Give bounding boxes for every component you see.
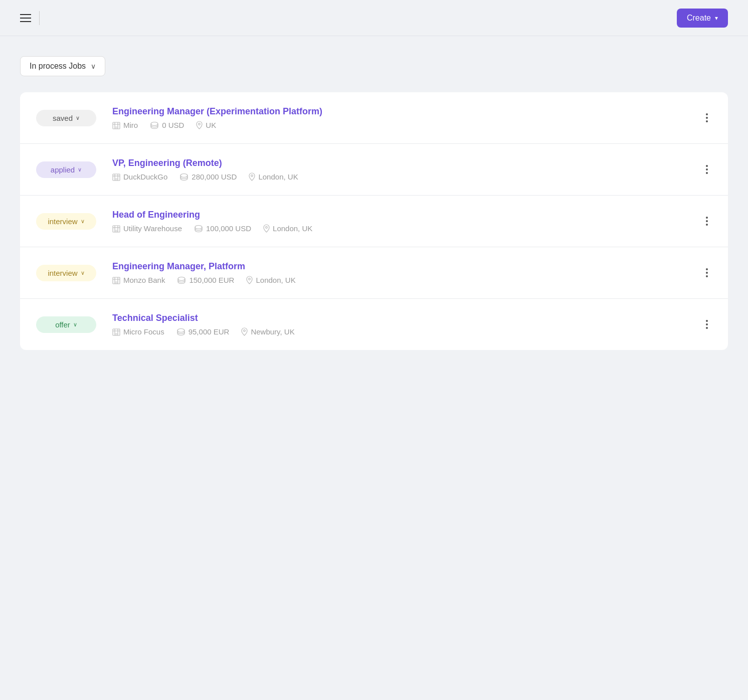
- filter-label: In process Jobs: [30, 62, 86, 71]
- salary-icon: [176, 328, 185, 336]
- filter-dropdown[interactable]: In process Jobs ∨: [20, 56, 105, 76]
- job-meta: Miro 0 USD UK: [112, 121, 702, 129]
- salary-icon: [179, 173, 189, 181]
- job-info: Engineering Manager (Experimentation Pla…: [112, 106, 702, 129]
- more-options-button[interactable]: [702, 161, 712, 178]
- svg-point-19: [195, 225, 202, 229]
- filter-chevron-icon: ∨: [91, 62, 96, 70]
- svg-rect-18: [115, 230, 117, 232]
- svg-point-12: [180, 173, 188, 177]
- header-divider: [39, 11, 40, 25]
- status-chevron-icon: ∨: [78, 166, 82, 173]
- dot-icon: [706, 117, 708, 119]
- location-value: London, UK: [256, 276, 295, 284]
- job-company: DuckDuckGo: [112, 172, 167, 181]
- job-meta: Utility Warehouse 100,000 USD London, UK: [112, 224, 702, 233]
- create-button[interactable]: Create ▾: [677, 9, 728, 28]
- job-location: UK: [196, 121, 216, 129]
- job-info: Head of Engineering Utility Warehouse 10…: [112, 210, 702, 233]
- more-options-button[interactable]: [702, 316, 712, 333]
- main-content: In process Jobs ∨ saved ∨ Engineering Ma…: [0, 36, 748, 370]
- dot-icon: [706, 275, 708, 277]
- status-badge-interview[interactable]: interview ∨: [36, 265, 96, 281]
- location-value: UK: [206, 121, 216, 129]
- svg-rect-32: [115, 333, 117, 335]
- svg-point-27: [249, 278, 251, 280]
- svg-rect-11: [115, 178, 117, 181]
- location-value: London, UK: [273, 224, 312, 233]
- job-title[interactable]: Engineering Manager (Experimentation Pla…: [112, 106, 702, 117]
- svg-point-34: [244, 330, 246, 332]
- more-options-button[interactable]: [702, 264, 712, 281]
- svg-point-13: [251, 175, 253, 177]
- create-button-label: Create: [687, 14, 711, 23]
- location-icon: [241, 327, 248, 336]
- job-item: interview ∨ Head of Engineering Utility …: [20, 196, 728, 247]
- status-label: offer: [55, 320, 70, 329]
- job-info: Engineering Manager, Platform Monzo Bank…: [112, 261, 702, 284]
- status-label: interview: [48, 269, 77, 277]
- job-company: Miro: [112, 121, 138, 129]
- job-title[interactable]: Engineering Manager, Platform: [112, 261, 702, 272]
- building-icon: [112, 276, 120, 284]
- job-title[interactable]: VP, Engineering (Remote): [112, 158, 702, 168]
- job-info: Technical Specialist Micro Focus 95,000 …: [112, 313, 702, 336]
- dot-icon: [706, 323, 708, 325]
- building-icon: [112, 121, 120, 129]
- status-badge-interview[interactable]: interview ∨: [36, 213, 96, 230]
- status-label: applied: [51, 165, 75, 174]
- building-icon: [112, 328, 120, 336]
- building-icon: [112, 173, 120, 181]
- job-salary: 100,000 USD: [194, 224, 251, 233]
- svg-point-5: [151, 122, 158, 125]
- dot-icon: [706, 168, 708, 170]
- dot-icon: [706, 224, 708, 226]
- svg-point-26: [178, 277, 185, 280]
- dot-icon: [706, 172, 708, 174]
- svg-rect-25: [115, 281, 117, 284]
- hamburger-menu-icon[interactable]: [20, 14, 31, 22]
- location-icon: [196, 121, 203, 129]
- dot-icon: [706, 120, 708, 122]
- dot-icon: [706, 165, 708, 167]
- location-icon: [246, 276, 253, 284]
- company-name: Utility Warehouse: [123, 224, 182, 233]
- header: Create ▾: [0, 0, 748, 36]
- salary-value: 0 USD: [162, 121, 184, 129]
- job-item: saved ∨ Engineering Manager (Experimenta…: [20, 92, 728, 144]
- more-options-button[interactable]: [702, 109, 712, 126]
- salary-icon: [177, 276, 186, 284]
- status-badge-offer[interactable]: offer ∨: [36, 316, 96, 333]
- job-location: London, UK: [246, 276, 295, 284]
- job-salary: 150,000 EUR: [177, 276, 234, 284]
- status-chevron-icon: ∨: [76, 115, 80, 121]
- job-salary: 95,000 EUR: [176, 327, 230, 336]
- header-left: [20, 11, 40, 25]
- job-meta: DuckDuckGo 280,000 USD London, UK: [112, 172, 702, 181]
- company-name: Micro Focus: [123, 327, 164, 336]
- dot-icon: [706, 113, 708, 115]
- status-badge-saved[interactable]: saved ∨: [36, 110, 96, 126]
- job-item: offer ∨ Technical Specialist Micro Focus: [20, 299, 728, 350]
- job-title[interactable]: Head of Engineering: [112, 210, 702, 220]
- salary-value: 100,000 USD: [206, 224, 251, 233]
- salary-value: 95,000 EUR: [189, 327, 230, 336]
- job-company: Monzo Bank: [112, 276, 165, 284]
- jobs-list: saved ∨ Engineering Manager (Experimenta…: [20, 92, 728, 350]
- job-title[interactable]: Technical Specialist: [112, 313, 702, 323]
- svg-point-20: [266, 227, 268, 229]
- status-badge-applied[interactable]: applied ∨: [36, 161, 96, 178]
- location-icon: [263, 224, 270, 233]
- job-location: London, UK: [263, 224, 312, 233]
- more-options-button[interactable]: [702, 213, 712, 230]
- job-company: Micro Focus: [112, 327, 164, 336]
- company-name: Miro: [123, 121, 138, 129]
- job-meta: Monzo Bank 150,000 EUR London, UK: [112, 276, 702, 284]
- location-value: Newbury, UK: [251, 327, 294, 336]
- job-location: London, UK: [249, 172, 298, 181]
- create-chevron-icon: ▾: [715, 15, 718, 22]
- dot-icon: [706, 272, 708, 274]
- company-name: Monzo Bank: [123, 276, 165, 284]
- job-company: Utility Warehouse: [112, 224, 182, 233]
- job-salary: 0 USD: [150, 121, 184, 129]
